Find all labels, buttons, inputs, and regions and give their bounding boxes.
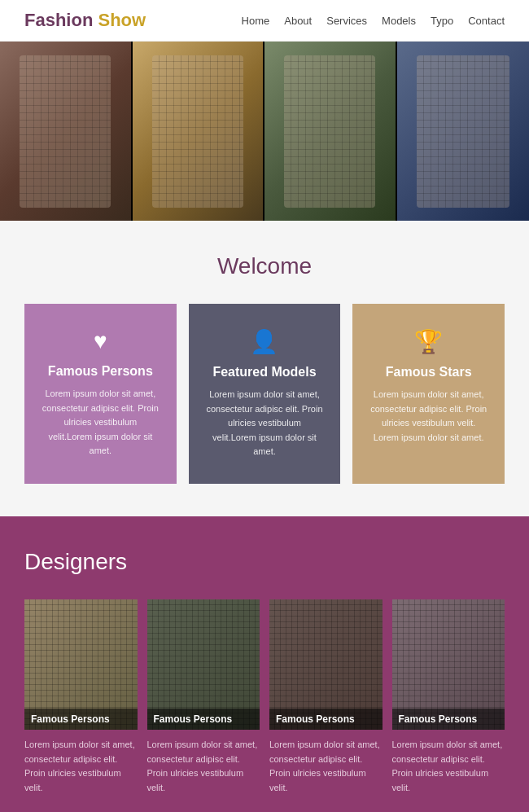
card-featured-models-text: Lorem ipsum dolor sit amet, consectetur … — [205, 388, 325, 459]
designer-label-1: Famous Persons — [24, 709, 138, 730]
hero-image-4 — [397, 42, 530, 221]
logo: Fashion Show — [24, 10, 146, 31]
logo-fashion: Fashion — [24, 10, 93, 30]
card-famous-persons-title: Famous Persons — [41, 364, 160, 379]
designer-image-2: Famous Persons — [147, 599, 260, 730]
nav-models[interactable]: Models — [382, 15, 416, 27]
card-featured-models-title: Featured Models — [205, 365, 325, 380]
hero-section — [0, 42, 529, 221]
designer-card-2: Famous Persons Lorem ipsum dolor sit ame… — [147, 599, 260, 803]
card-famous-stars-text: Lorem ipsum dolor sit amet, consectetur … — [369, 388, 488, 445]
nav-contact[interactable]: Contact — [468, 15, 505, 27]
card-featured-models: 👤 Featured Models Lorem ipsum dolor sit … — [189, 304, 341, 484]
hero-image-2 — [133, 42, 265, 221]
heart-icon: ♥ — [41, 328, 160, 354]
designer-card-4: Famous Persons Lorem ipsum dolor sit ame… — [392, 599, 505, 803]
header: Fashion Show Home About Services Models … — [0, 0, 529, 42]
hero-image-1 — [0, 42, 133, 221]
logo-show: Show — [98, 10, 146, 30]
card-famous-stars-title: Famous Stars — [369, 365, 488, 380]
designer-desc-1: Lorem ipsum dolor sit amet, consectetur … — [24, 730, 138, 803]
nav-home[interactable]: Home — [242, 15, 270, 27]
designer-image-3: Famous Persons — [269, 599, 383, 730]
designer-image-4: Famous Persons — [392, 599, 505, 730]
designer-label-4: Famous Persons — [392, 709, 505, 730]
card-famous-persons: ♥ Famous Persons Lorem ipsum dolor sit a… — [24, 304, 177, 484]
main-nav: Home About Services Models Typo Contact — [242, 15, 505, 27]
designer-desc-4: Lorem ipsum dolor sit amet, consectetur … — [392, 730, 505, 803]
nav-typo[interactable]: Typo — [431, 15, 453, 27]
designer-desc-2: Lorem ipsum dolor sit amet, consectetur … — [147, 730, 260, 803]
hero-image-3 — [264, 42, 397, 221]
designer-card-3: Famous Persons Lorem ipsum dolor sit ame… — [269, 599, 383, 803]
designer-image-1: Famous Persons — [24, 599, 138, 730]
welcome-title: Welcome — [24, 253, 505, 279]
trophy-icon: 🏆 — [369, 328, 488, 355]
designers-title: Designers — [24, 549, 505, 575]
designer-label-3: Famous Persons — [269, 709, 383, 730]
card-famous-persons-text: Lorem ipsum dolor sit amet, consectetur … — [41, 387, 160, 459]
designers-grid: Famous Persons Lorem ipsum dolor sit ame… — [24, 599, 505, 803]
designer-desc-3: Lorem ipsum dolor sit amet, consectetur … — [269, 730, 383, 803]
designer-label-2: Famous Persons — [147, 709, 260, 730]
nav-services[interactable]: Services — [326, 15, 367, 27]
designer-card-1: Famous Persons Lorem ipsum dolor sit ame… — [24, 599, 138, 803]
welcome-cards: ♥ Famous Persons Lorem ipsum dolor sit a… — [24, 304, 505, 484]
card-famous-stars: 🏆 Famous Stars Lorem ipsum dolor sit ame… — [352, 304, 505, 484]
nav-about[interactable]: About — [284, 15, 312, 27]
designers-section: Designers Famous Persons Lorem ipsum dol… — [0, 516, 529, 812]
person-icon: 👤 — [205, 328, 325, 355]
welcome-section: Welcome ♥ Famous Persons Lorem ipsum dol… — [0, 221, 529, 516]
